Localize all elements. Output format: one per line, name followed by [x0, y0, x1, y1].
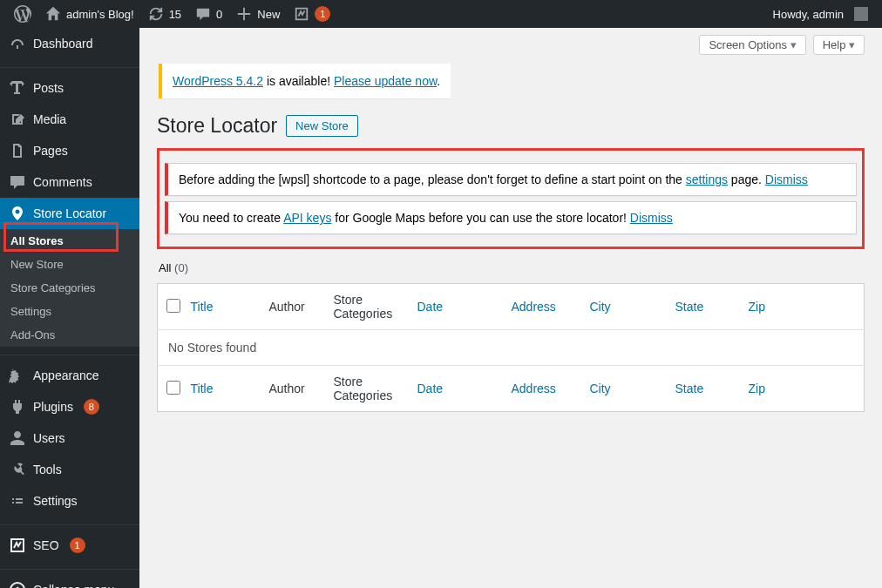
- updates-count: 15: [169, 8, 181, 21]
- filter-all-label[interactable]: All: [159, 261, 171, 274]
- menu-seo[interactable]: SEO 1: [0, 530, 139, 561]
- menu-tools[interactable]: Tools: [0, 454, 139, 485]
- page-title: Store Locator: [157, 114, 277, 138]
- seo-badge: 1: [315, 6, 330, 22]
- stores-table: Title Author Store Categories Date Addre…: [157, 283, 865, 412]
- col-categories: Store Categories: [325, 284, 409, 330]
- seo-menu-badge: 1: [70, 537, 85, 553]
- avatar-icon: [854, 7, 868, 21]
- col-author: Author: [261, 284, 325, 330]
- menu-settings[interactable]: Settings: [0, 485, 139, 517]
- comments-count: 0: [216, 8, 222, 21]
- dismiss-link-2[interactable]: Dismiss: [630, 211, 673, 225]
- update-nag: WordPress 5.4.2 is available! Please upd…: [159, 64, 451, 98]
- menu-store-locator[interactable]: Store Locator: [0, 198, 139, 229]
- menu-appearance[interactable]: Appearance: [0, 360, 139, 391]
- new-content-link[interactable]: New: [229, 0, 287, 28]
- col-state-foot[interactable]: State: [675, 382, 704, 395]
- comments-link[interactable]: 0: [188, 0, 229, 28]
- menu-dashboard[interactable]: Dashboard: [0, 28, 139, 59]
- menu-posts[interactable]: Posts: [0, 72, 139, 104]
- menu-users[interactable]: Users: [0, 422, 139, 454]
- admin-sidebar: Dashboard Posts Media Pages Comments Sto…: [0, 28, 139, 588]
- col-state[interactable]: State: [675, 300, 704, 314]
- col-city[interactable]: City: [590, 300, 611, 314]
- wp-version-link[interactable]: WordPress 5.4.2: [173, 74, 263, 88]
- help-button[interactable]: Help: [813, 35, 865, 55]
- site-name: admin's Blog!: [66, 8, 134, 21]
- howdy-text: Howdy, admin: [773, 8, 844, 21]
- wp-logo[interactable]: [7, 0, 38, 28]
- col-date[interactable]: Date: [417, 300, 444, 314]
- seo-toolbar-link[interactable]: 1: [287, 0, 337, 28]
- updates-link[interactable]: 15: [141, 0, 188, 28]
- highlight-notices: Before adding the [wpsl] shortcode to a …: [157, 148, 865, 249]
- col-title-foot[interactable]: Title: [191, 382, 214, 395]
- filter-all-count: (0): [174, 261, 188, 274]
- update-now-link[interactable]: Please update now: [334, 74, 437, 88]
- notice-api-keys: You need to create API keys for Google M…: [165, 201, 857, 234]
- screen-options-button[interactable]: Screen Options: [699, 35, 805, 55]
- col-address-foot[interactable]: Address: [512, 382, 556, 395]
- col-author-foot: Author: [261, 366, 325, 412]
- api-keys-link[interactable]: API keys: [283, 211, 331, 225]
- settings-link[interactable]: settings: [686, 172, 728, 186]
- notice-shortcode: Before adding the [wpsl] shortcode to a …: [165, 163, 857, 196]
- submenu-store-categories[interactable]: Store Categories: [0, 276, 139, 300]
- col-date-foot[interactable]: Date: [417, 382, 444, 395]
- new-store-button[interactable]: New Store: [286, 115, 358, 137]
- submenu-addons[interactable]: Add-Ons: [0, 323, 139, 347]
- dismiss-link-1[interactable]: Dismiss: [765, 172, 808, 186]
- site-home-link[interactable]: admin's Blog!: [38, 0, 141, 28]
- view-filter: All (0): [159, 261, 865, 274]
- submenu-store-locator: All Stores New Store Store Categories Se…: [0, 229, 139, 347]
- submenu-new-store[interactable]: New Store: [0, 253, 139, 276]
- my-account-link[interactable]: Howdy, admin: [766, 0, 875, 28]
- new-label: New: [257, 8, 280, 21]
- col-zip[interactable]: Zip: [749, 300, 765, 314]
- collapse-menu[interactable]: Collapse menu: [0, 574, 139, 588]
- col-address[interactable]: Address: [512, 300, 556, 314]
- col-city-foot[interactable]: City: [590, 382, 611, 395]
- select-all-top[interactable]: [166, 299, 180, 313]
- menu-plugins[interactable]: Plugins 8: [0, 391, 139, 422]
- menu-pages[interactable]: Pages: [0, 135, 139, 166]
- menu-comments[interactable]: Comments: [0, 166, 139, 198]
- admin-toolbar: admin's Blog! 15 0 New 1 Howdy, admin: [0, 0, 882, 28]
- no-items-message: No Stores found: [158, 330, 865, 366]
- submenu-settings[interactable]: Settings: [0, 300, 139, 323]
- plugins-badge: 8: [84, 399, 99, 415]
- col-title[interactable]: Title: [191, 300, 214, 314]
- submenu-all-stores[interactable]: All Stores: [0, 229, 139, 253]
- col-categories-foot: Store Categories: [325, 366, 409, 412]
- main-content: Screen Options Help WordPress 5.4.2 is a…: [139, 28, 882, 588]
- col-zip-foot[interactable]: Zip: [749, 382, 765, 395]
- menu-media[interactable]: Media: [0, 104, 139, 135]
- select-all-bottom[interactable]: [166, 381, 180, 395]
